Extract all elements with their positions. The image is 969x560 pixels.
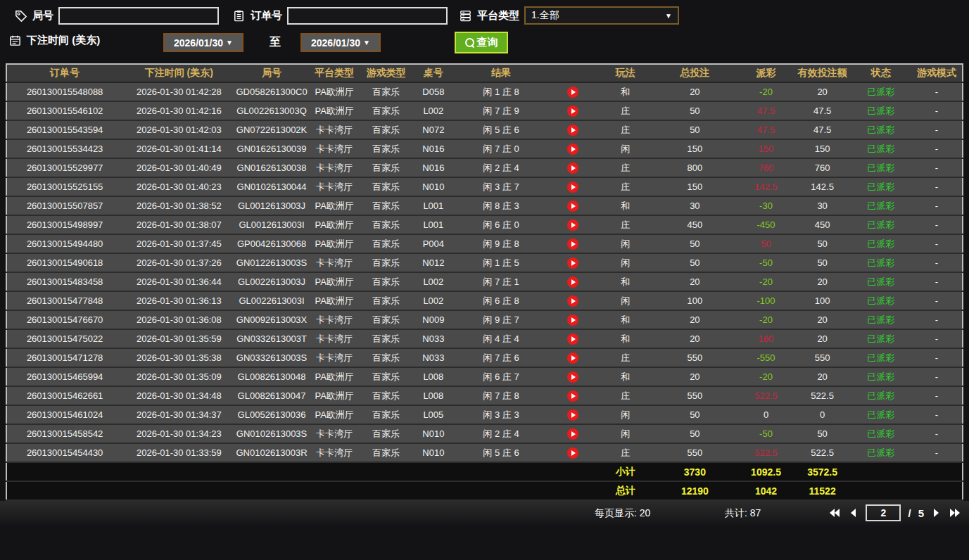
cell-total-bet: 50 <box>652 405 737 424</box>
subtotal-row-cell <box>122 462 235 481</box>
cell-result: 闲 6 庄 8 <box>455 291 547 310</box>
cell-status: 已派彩 <box>851 329 911 348</box>
cell-order: 260130015548088 <box>6 82 122 101</box>
play-icon[interactable] <box>567 428 578 440</box>
cell-game: 百家乐 <box>361 443 412 462</box>
chevron-down-icon: ▼ <box>363 39 370 46</box>
cell-order: 260130015465994 <box>6 367 122 386</box>
cell-icon <box>547 329 599 348</box>
cell-result: 闲 3 庄 3 <box>455 405 547 424</box>
cell-mode: - <box>911 329 963 348</box>
cell-icon <box>547 215 599 234</box>
cell-table-no: L008 <box>412 367 455 386</box>
date-from-picker[interactable]: 2026/01/30 ▼ <box>163 33 243 52</box>
pager: / 5 <box>829 504 961 521</box>
play-icon[interactable] <box>567 201 578 212</box>
cell-valid-bet: 50 <box>794 234 851 253</box>
col-status: 状态 <box>851 64 911 82</box>
cell-bet-type: 闲 <box>599 234 652 253</box>
cell-mode: - <box>911 101 963 120</box>
cell-table-no: L005 <box>412 405 455 424</box>
subtotal-row-cell <box>235 462 308 481</box>
table-header: 订单号 下注时间 (美东) 局号 平台类型 游戏类型 桌号 结果 玩法 总投注 … <box>6 64 963 82</box>
play-icon[interactable] <box>567 125 578 136</box>
cell-order: 260130015483458 <box>6 272 122 291</box>
play-icon[interactable] <box>567 314 578 326</box>
table-row: 2601300155435942026-01-30 01:42:03GN0722… <box>6 120 963 139</box>
cell-time: 2026-01-30 01:40:23 <box>122 177 235 196</box>
table-row: 2601300154712782026-01-30 01:35:38GN0332… <box>6 348 963 367</box>
cell-order: 260130015546102 <box>6 101 122 120</box>
cell-total-bet: 50 <box>652 234 737 253</box>
col-payout: 派彩 <box>737 64 794 82</box>
cell-result: 闲 6 庄 7 <box>455 367 547 386</box>
cell-mode: - <box>911 424 963 443</box>
cell-payout: 47.5 <box>737 101 794 120</box>
cell-total-bet: 50 <box>652 424 737 443</box>
cell-platform: PA欧洲厅 <box>308 272 361 291</box>
play-icon[interactable] <box>567 409 578 421</box>
cell-status: 已派彩 <box>851 215 911 234</box>
bet-time-label: 下注时间 (美东) <box>27 34 100 47</box>
total-row-cell <box>361 481 412 500</box>
round-input[interactable] <box>58 7 219 25</box>
cell-icon <box>547 272 599 291</box>
subtotal-row-cell: 小计 <box>599 462 652 481</box>
play-icon[interactable] <box>567 87 578 98</box>
cell-round: GL0012613003I <box>235 215 308 234</box>
play-icon[interactable] <box>567 238 578 250</box>
play-icon[interactable] <box>567 390 578 402</box>
cell-result: 闲 5 庄 6 <box>455 443 547 462</box>
cell-order: 260130015475022 <box>6 329 122 348</box>
cell-result: 闲 7 庄 0 <box>455 139 547 158</box>
cell-time: 2026-01-30 01:40:49 <box>122 158 235 177</box>
order-input[interactable] <box>287 7 448 25</box>
play-icon[interactable] <box>567 352 578 364</box>
play-icon[interactable] <box>567 371 578 383</box>
cell-round: GN0092613003X <box>235 310 308 329</box>
first-page-icon[interactable] <box>829 508 840 518</box>
cell-table-no: D058 <box>412 82 455 101</box>
cell-mode: - <box>911 443 963 462</box>
cell-bet-type: 庄 <box>599 386 652 405</box>
play-icon[interactable] <box>567 447 578 459</box>
table-row: 2601300155480882026-01-30 01:42:28GD0582… <box>6 82 963 101</box>
table-row: 2601300155461022026-01-30 01:42:16GL0022… <box>6 101 963 120</box>
cell-status: 已派彩 <box>851 310 911 329</box>
play-icon[interactable] <box>567 333 578 345</box>
play-icon[interactable] <box>567 182 578 193</box>
total-pages: 5 <box>918 507 924 519</box>
play-icon[interactable] <box>567 163 578 174</box>
cell-result: 闲 7 庄 1 <box>455 272 547 291</box>
play-icon[interactable] <box>567 257 578 269</box>
play-icon[interactable] <box>567 276 578 288</box>
cell-table-no: L002 <box>412 291 455 310</box>
cell-result: 闲 2 庄 4 <box>455 158 547 177</box>
date-to-picker[interactable]: 2026/01/30 ▼ <box>300 33 381 52</box>
cell-table-no: P004 <box>412 234 455 253</box>
cell-bet-type: 和 <box>599 196 652 215</box>
total-row-cell: 12190 <box>652 481 737 500</box>
cell-icon <box>547 158 599 177</box>
cell-mode: - <box>911 82 963 101</box>
cell-order: 260130015454430 <box>6 443 122 462</box>
cell-result: 闲 3 庄 7 <box>455 177 547 196</box>
last-page-icon[interactable] <box>949 508 961 518</box>
table-row: 2601300154766702026-01-30 01:36:08GN0092… <box>6 310 963 329</box>
play-icon[interactable] <box>567 219 578 231</box>
next-page-icon[interactable] <box>931 508 942 518</box>
page-number-input[interactable] <box>866 504 901 521</box>
play-icon[interactable] <box>567 144 578 155</box>
table-row: 2601300154544302026-01-30 01:33:59GN0102… <box>6 443 963 462</box>
search-button[interactable]: 查询 <box>455 32 508 53</box>
total-row: 总计12190104211522 <box>6 481 963 500</box>
cell-order: 260130015525155 <box>6 177 122 196</box>
cell-valid-bet: 20 <box>794 272 851 291</box>
cell-game: 百家乐 <box>361 253 412 272</box>
cell-bet-type: 庄 <box>599 177 652 196</box>
prev-page-icon[interactable] <box>847 508 859 518</box>
play-icon[interactable] <box>567 295 578 307</box>
play-icon[interactable] <box>567 106 578 117</box>
cell-round: GP00426130068 <box>235 234 308 253</box>
platform-select[interactable]: 1.全部 ▼ <box>524 6 679 25</box>
